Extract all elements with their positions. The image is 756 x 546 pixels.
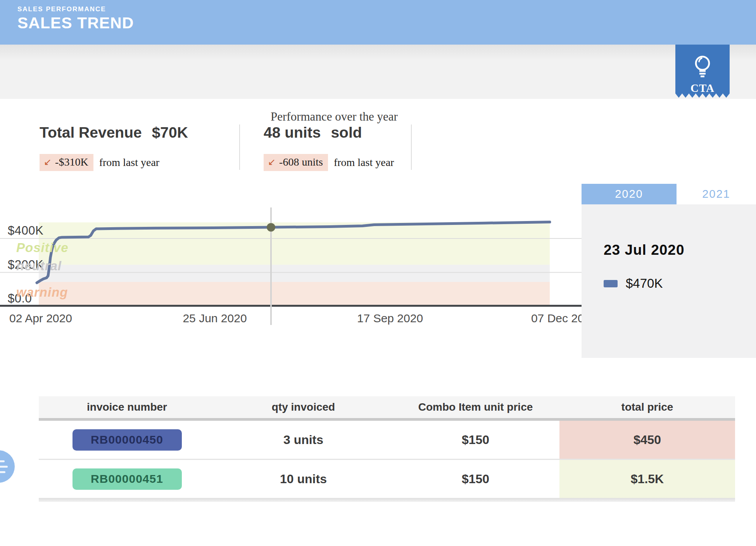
invoice-cell: RB00000450 (39, 421, 215, 459)
tab-2021[interactable]: 2021 (677, 184, 756, 204)
unit-price-cell: $150 (392, 460, 559, 498)
kpi-units-sold-value: sold (331, 124, 362, 141)
change-suffix: from last year (99, 156, 160, 169)
tooltip-body: 23 Jul 2020 $470K (582, 204, 756, 358)
cta-button[interactable]: CTA (675, 45, 730, 98)
kpi-units-sold-change: ↙-608 units from last year (264, 154, 394, 171)
change-badge: ↙-$310K (40, 154, 93, 171)
year-tabs: 20202021 (582, 184, 756, 204)
invoice-badge[interactable]: RB00000450 (72, 429, 182, 451)
tooltip-value: $470K (626, 276, 663, 291)
subheader-text: Performance over the year (271, 110, 398, 124)
series-line-revenue 2020 (37, 222, 550, 283)
cta-label: CTA (675, 82, 730, 95)
zone-label-neutral: neutral (16, 259, 62, 273)
total-price-cell: $450 (559, 421, 735, 459)
kpi-total-revenue: Total Revenue$70K (40, 124, 188, 141)
zone-positive (39, 222, 550, 264)
table-row[interactable]: RB000004503 units$150$450 (39, 421, 735, 459)
column-header-qty-invoiced: qty invoiced (215, 396, 392, 418)
menu-fab-button[interactable] (0, 450, 15, 483)
x-tick-02-Apr-2020: 02 Apr 2020 (9, 312, 72, 325)
change-suffix: from last year (334, 156, 394, 169)
qty-cell: 3 units (215, 421, 392, 459)
column-header-Combo-Item-unit-price: Combo Item unit price (392, 396, 559, 418)
column-header-invoice-number: invoice number (39, 396, 215, 418)
kpi-units-sold: 48 unitssold (264, 124, 362, 141)
qty-cell: 10 units (215, 460, 392, 498)
page-title: SALES TREND (17, 14, 134, 32)
kpi-total-revenue-title: Total Revenue (40, 124, 142, 141)
lightbulb-icon (675, 45, 730, 81)
change-value: -608 units (279, 156, 323, 168)
kpi-units-sold-title: 48 units (264, 124, 321, 141)
marker-dot (267, 223, 275, 232)
down-left-arrow-icon: ↙ (44, 157, 52, 168)
zone-label-warning: warning (16, 285, 68, 300)
zone-warning (39, 282, 550, 306)
down-left-arrow-icon: ↙ (268, 157, 276, 168)
kpi-divider (411, 124, 412, 170)
table-header-row: invoice numberqty invoicedCombo Item uni… (39, 396, 735, 418)
column-header-total-price: total price (559, 396, 735, 418)
kpi-total-revenue-change: ↙-$310K from last year (40, 154, 159, 171)
tab-2020[interactable]: 2020 (582, 184, 677, 204)
x-axis-line (0, 305, 582, 307)
change-badge: ↙-608 units (264, 154, 328, 171)
zone-neutral (39, 265, 550, 282)
year-tooltip-panel: 20202021 23 Jul 2020 $470K (582, 184, 756, 358)
invoice-cell: RB00000451 (39, 460, 215, 498)
app-header: SALES PERFORMANCE SALES TREND (0, 0, 756, 45)
kpi-total-revenue-value: $70K (152, 124, 188, 141)
tooltip-legend-row: $470K (604, 276, 663, 291)
tooltip-date: 23 Jul 2020 (604, 242, 684, 258)
table-bottom-border (39, 498, 735, 502)
kpi-divider (239, 124, 240, 170)
zone-label-positive: Positive (16, 240, 69, 255)
table-row[interactable]: RB0000045110 units$150$1.5K (39, 460, 735, 498)
x-tick-17-Sep-2020: 17 Sep 2020 (357, 312, 423, 325)
invoice-badge[interactable]: RB00000451 (72, 468, 182, 490)
x-tick-25-Jun-2020: 25 Jun 2020 (183, 312, 247, 325)
table-header-divider (39, 418, 735, 421)
unit-price-cell: $150 (392, 421, 559, 459)
y-tick-$400K: $400K (8, 224, 43, 238)
subheader-band: Performance over the year (0, 45, 756, 99)
total-price-cell: $1.5K (559, 460, 735, 498)
change-value: -$310K (55, 156, 88, 168)
header-eyebrow: SALES PERFORMANCE (17, 5, 106, 13)
series-swatch-icon (604, 280, 618, 287)
